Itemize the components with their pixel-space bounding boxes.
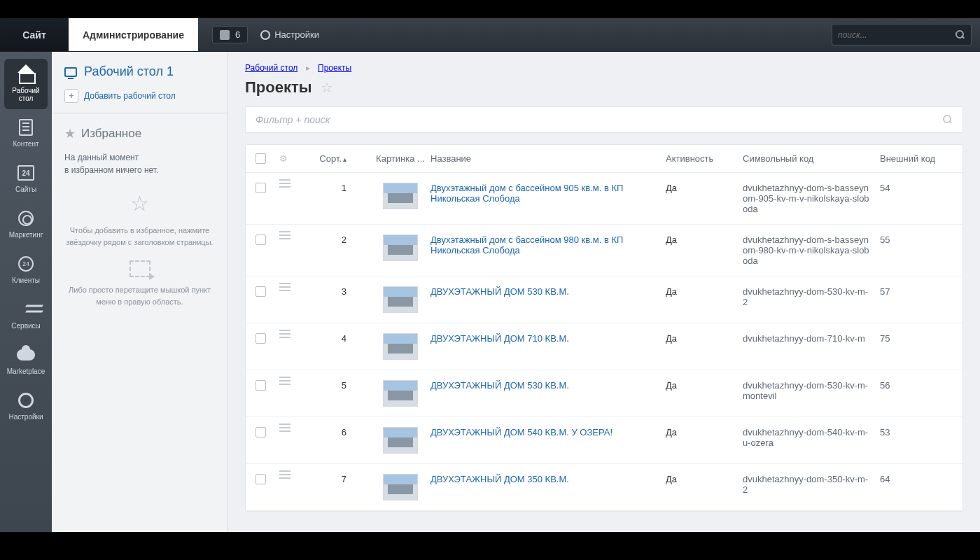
rail-marketing-label: Маркетинг [9, 231, 43, 239]
thumbnail[interactable] [383, 333, 418, 360]
row-sort: 4 [299, 333, 370, 344]
row-menu-button[interactable] [279, 183, 299, 184]
add-desktop-label: Добавить рабочий стол [84, 91, 176, 101]
row-checkbox[interactable] [255, 183, 266, 193]
tab-site[interactable]: Сайт [0, 18, 69, 51]
rail-sites-label: Сайты [15, 186, 36, 193]
row-checkbox[interactable] [255, 474, 266, 484]
rail-desktop-label: Рабочий стол [6, 87, 46, 102]
col-image[interactable]: Картинка ... [370, 153, 430, 164]
row-sort: 7 [299, 474, 370, 484]
row-menu-button[interactable] [279, 286, 299, 288]
crumb-desktop[interactable]: Рабочий стол [245, 63, 298, 73]
desktop-title[interactable]: Рабочий стол 1 [64, 64, 215, 79]
rail-marketing[interactable]: Маркетинг [4, 203, 48, 246]
rail-content[interactable]: Контент [4, 112, 48, 155]
desktop-title-label: Рабочий стол 1 [84, 64, 174, 79]
filter-bar[interactable] [245, 106, 963, 133]
monitor-icon [64, 67, 77, 77]
crumb-projects[interactable]: Проекты [318, 63, 351, 73]
row-name-link[interactable]: ДВУХЭТАЖНЫЙ ДОМ 530 КВ.М. [430, 286, 569, 297]
burger-icon [279, 427, 290, 428]
row-sort: 3 [299, 286, 370, 297]
row-checkbox[interactable] [255, 427, 266, 438]
star-outline-icon: ☆ [64, 188, 215, 219]
row-name-link[interactable]: Двухэтажный дом с бассейном 980 кв.м. в … [430, 234, 623, 255]
top-settings-link[interactable]: Настройки [260, 29, 319, 40]
side-panel: Рабочий стол 1 + Добавить рабочий стол ★… [52, 52, 228, 532]
table-row: 3ДВУХЭТАЖНЫЙ ДОМ 530 КВ.М.Даdvukhetazhny… [246, 276, 962, 323]
rail-desktop[interactable]: Рабочий стол [4, 59, 48, 109]
rail-sites[interactable]: 24 Сайты [4, 158, 48, 200]
row-name-link[interactable]: ДВУХЭТАЖНЫЙ ДОМ 530 КВ.М. [430, 380, 569, 391]
row-sort: 2 [299, 234, 370, 245]
row-name-link[interactable]: Двухэтажный дом с бассейном 905 кв.м. в … [430, 183, 623, 204]
rail-clients[interactable]: 24 Клиенты [4, 248, 48, 291]
row-code: dvukhetazhnyy-dom-350-kv-m-2 [743, 474, 880, 495]
thumbnail[interactable] [383, 427, 418, 454]
row-menu-button[interactable] [279, 380, 299, 382]
rail-services[interactable]: Сервисы [4, 294, 48, 337]
calendar-icon: 24 [18, 165, 34, 181]
row-name-link[interactable]: ДВУХЭТАЖНЫЙ ДОМ 350 КВ.М. [430, 474, 569, 484]
rail-marketplace[interactable]: Marketplace [4, 340, 48, 382]
tab-admin[interactable]: Администрирование [69, 18, 198, 51]
col-name[interactable]: Название [430, 153, 666, 164]
row-ext: 64 [880, 474, 953, 484]
row-ext: 55 [880, 234, 953, 245]
rail-settings-label: Настройки [8, 413, 43, 421]
row-name-link[interactable]: ДВУХЭТАЖНЫЙ ДОМ 540 КВ.М. У ОЗЕРА! [430, 427, 612, 438]
row-menu-button[interactable] [279, 333, 299, 335]
col-active[interactable]: Активность [666, 153, 743, 164]
clients-icon: 24 [18, 256, 34, 272]
table-row: 7ДВУХЭТАЖНЫЙ ДОМ 350 КВ.М.Даdvukhetazhny… [246, 464, 962, 511]
row-checkbox[interactable] [255, 234, 266, 245]
search-icon [955, 30, 965, 40]
thumbnail[interactable] [383, 474, 418, 500]
row-menu-button[interactable] [279, 474, 299, 475]
star-icon: ★ [64, 126, 76, 141]
global-search-input[interactable] [838, 30, 955, 40]
document-icon [19, 119, 33, 136]
table-row: 2Двухэтажный дом с бассейном 980 кв.м. в… [246, 225, 962, 276]
row-checkbox[interactable] [255, 286, 266, 297]
rail-clients-label: Клиенты [12, 276, 40, 284]
burger-icon [279, 333, 290, 335]
grid-settings-button[interactable]: ⚙ [279, 153, 293, 164]
col-ext[interactable]: Внешний код [880, 153, 953, 164]
row-menu-button[interactable] [279, 234, 299, 236]
row-checkbox[interactable] [255, 333, 266, 344]
data-grid: ⚙ Сорт.▴ Картинка ... Название Активност… [245, 144, 963, 512]
row-sort: 6 [299, 427, 370, 438]
thumbnail[interactable] [383, 183, 418, 209]
rail-services-label: Сервисы [11, 322, 40, 330]
add-desktop-button[interactable]: + Добавить рабочий стол [64, 89, 215, 103]
favorite-toggle[interactable]: ☆ [321, 79, 333, 96]
notifications-badge[interactable]: 6 [212, 26, 248, 43]
thumbnail[interactable] [383, 286, 418, 313]
row-active: Да [666, 333, 743, 344]
sort-asc-icon: ▴ [343, 155, 346, 163]
rail-settings[interactable]: Настройки [4, 385, 48, 428]
drag-icon [130, 260, 150, 277]
row-ext: 53 [880, 427, 953, 438]
col-sort[interactable]: Сорт.▴ [293, 153, 370, 164]
favorites-heading: ★ Избранное [64, 126, 215, 141]
row-active: Да [666, 234, 743, 245]
filter-input[interactable] [255, 114, 943, 125]
row-checkbox[interactable] [255, 380, 266, 391]
col-code[interactable]: Символьный код [743, 153, 880, 164]
favorites-heading-label: Избранное [81, 127, 141, 141]
global-search[interactable] [832, 24, 972, 46]
thumbnail[interactable] [383, 380, 418, 407]
notification-count: 6 [235, 29, 240, 40]
select-all-checkbox[interactable] [255, 153, 266, 164]
rail-marketplace-label: Marketplace [7, 368, 45, 375]
thumbnail[interactable] [383, 234, 418, 261]
row-menu-button[interactable] [279, 427, 299, 428]
search-icon[interactable] [943, 115, 953, 125]
row-code: dvukhetazhnyy-dom-530-kv-m-2 [743, 286, 880, 307]
row-name-link[interactable]: ДВУХЭТАЖНЫЙ ДОМ 710 КВ.М. [430, 333, 569, 344]
burger-icon [279, 286, 290, 288]
row-sort: 5 [299, 380, 370, 391]
